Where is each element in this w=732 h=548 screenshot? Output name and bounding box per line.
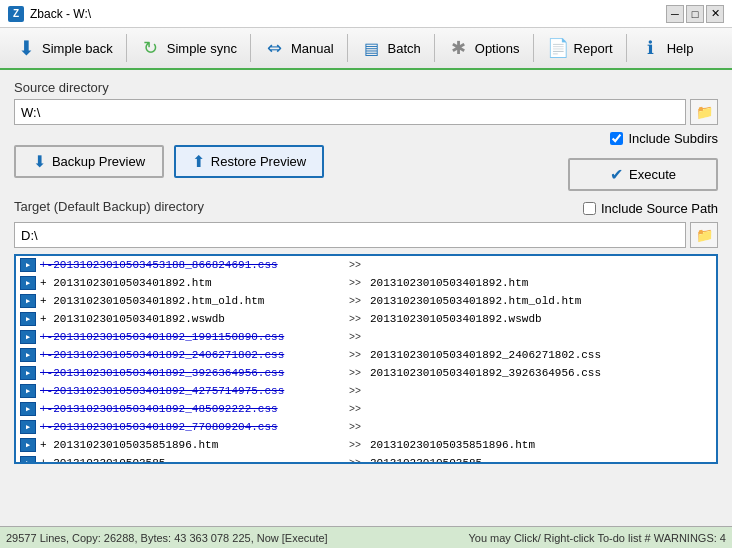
file-arrow: >>	[340, 260, 370, 271]
file-name: + 20131023010503401892.htm_old.htm	[40, 295, 340, 307]
toolbar-sep-4	[434, 34, 435, 62]
file-name: +-20131023010503453188_866824691.css	[40, 259, 340, 271]
target-browse-button[interactable]: 📁	[690, 222, 718, 248]
file-row[interactable]: +-20131023010503453188_866824691.css >>	[16, 256, 716, 274]
include-subdirs-checkbox[interactable]	[610, 132, 623, 145]
file-row[interactable]: +-20131023010503401892_1991150890.css >>	[16, 328, 716, 346]
main-content: Source directory 📁 ⬇ Backup Preview ⬆ Re…	[0, 70, 732, 474]
include-subdirs-label: Include Subdirs	[628, 131, 718, 146]
execute-icon: ✔	[610, 165, 623, 184]
include-source-path-checkbox[interactable]	[583, 202, 596, 215]
file-row[interactable]: + 20131023010503401892.wswdb >> 20131023…	[16, 310, 716, 328]
file-row-play-icon[interactable]	[20, 348, 36, 362]
batch-icon: ▤	[361, 37, 383, 59]
backup-preview-button[interactable]: ⬇ Backup Preview	[14, 145, 164, 178]
file-row[interactable]: +-20131023010503401892_4275714975.css >>	[16, 382, 716, 400]
toolbar-sep-5	[533, 34, 534, 62]
source-input-row: 📁	[14, 99, 718, 125]
file-row-play-icon[interactable]	[20, 456, 36, 462]
file-arrow: >>	[340, 440, 370, 451]
file-arrow: >>	[340, 314, 370, 325]
file-row[interactable]: + 20131023010503401892.htm >> 2013102301…	[16, 274, 716, 292]
batch-button[interactable]: ▤ Batch	[352, 32, 430, 64]
simple-sync-button[interactable]: ↻ Simple sync	[131, 32, 246, 64]
status-left: 29577 Lines, Copy: 26288, Bytes: 43 363 …	[6, 532, 328, 544]
source-browse-button[interactable]: 📁	[690, 99, 718, 125]
simple-sync-icon: ↻	[140, 37, 162, 59]
file-name: +-20131023010503401892_4275714975.css	[40, 385, 340, 397]
file-arrow: >>	[340, 386, 370, 397]
file-row[interactable]: + 20131023010503401892.htm_old.htm >> 20…	[16, 292, 716, 310]
file-row[interactable]: +-20131023010503401892_3926364956.css >>…	[16, 364, 716, 382]
file-arrow: >>	[340, 368, 370, 379]
file-arrow: >>	[340, 278, 370, 289]
help-button[interactable]: ℹ Help	[631, 32, 703, 64]
file-dest: 20131023010503401892_3926364956.css	[370, 367, 712, 379]
file-arrow: >>	[340, 404, 370, 415]
minimize-button[interactable]: ─	[666, 5, 684, 23]
file-list-container: +-20131023010503453188_866824691.css >> …	[14, 254, 718, 464]
title-bar: Z Zback - W:\ ─ □ ✕	[0, 0, 732, 28]
maximize-button[interactable]: □	[686, 5, 704, 23]
file-list[interactable]: +-20131023010503453188_866824691.css >> …	[16, 256, 716, 462]
restore-preview-button[interactable]: ⬆ Restore Preview	[174, 145, 324, 178]
folder-icon-2: 📁	[696, 227, 713, 243]
file-row[interactable]: + 20131023010503585189​6.htm >> 20131023…	[16, 436, 716, 454]
help-icon: ℹ	[640, 37, 662, 59]
file-name: + 20131023010503401892.wswdb	[40, 313, 340, 325]
target-input-row: 📁	[14, 222, 718, 248]
file-row-play-icon[interactable]	[20, 312, 36, 326]
restore-preview-icon: ⬆	[192, 152, 205, 171]
file-row[interactable]: + 20131023010503585... >> 20131023010503…	[16, 454, 716, 462]
close-button[interactable]: ✕	[706, 5, 724, 23]
options-button[interactable]: ✱ Options	[439, 32, 529, 64]
target-section: Target (Default Backup) directory Includ…	[14, 199, 718, 248]
execute-button[interactable]: ✔ Execute	[568, 158, 718, 191]
target-input[interactable]	[14, 222, 686, 248]
batch-label: Batch	[388, 41, 421, 56]
execute-label: Execute	[629, 167, 676, 182]
manual-button[interactable]: ⇔ Manual	[255, 32, 343, 64]
source-label: Source directory	[14, 80, 718, 95]
file-row-play-icon[interactable]	[20, 366, 36, 380]
right-options: Include Subdirs ✔ Execute	[568, 131, 718, 191]
file-row-play-icon[interactable]	[20, 258, 36, 272]
file-name: +-20131023010503401892_485092222.css	[40, 403, 340, 415]
target-label-row: Target (Default Backup) directory Includ…	[14, 199, 718, 218]
file-row[interactable]: +-20131023010503401892_770809204.css >>	[16, 418, 716, 436]
file-row-play-icon[interactable]	[20, 276, 36, 290]
file-dest: 20131023010503401892_2406271802.css	[370, 349, 712, 361]
window-title: Zback - W:\	[30, 7, 91, 21]
options-icon: ✱	[448, 37, 470, 59]
file-arrow: >>	[340, 350, 370, 361]
include-source-path-label: Include Source Path	[601, 201, 718, 216]
file-row-play-icon[interactable]	[20, 438, 36, 452]
file-row-play-icon[interactable]	[20, 384, 36, 398]
status-right: You may Click/ Right-click To-do list # …	[468, 532, 726, 544]
status-bar: 29577 Lines, Copy: 26288, Bytes: 43 363 …	[0, 526, 732, 548]
source-input[interactable]	[14, 99, 686, 125]
file-arrow: >>	[340, 296, 370, 307]
file-dest: 20131023010503585189​6.htm	[370, 439, 712, 451]
report-button[interactable]: 📄 Report	[538, 32, 622, 64]
manual-icon: ⇔	[264, 37, 286, 59]
toolbar-sep-6	[626, 34, 627, 62]
window-controls: ─ □ ✕	[666, 5, 724, 23]
simple-back-icon: ⬇	[15, 37, 37, 59]
toolbar-sep-3	[347, 34, 348, 62]
file-row-play-icon[interactable]	[20, 402, 36, 416]
backup-preview-label: Backup Preview	[52, 154, 145, 169]
simple-back-button[interactable]: ⬇ Simple back	[6, 32, 122, 64]
file-name: +-20131023010503401892_1991150890.css	[40, 331, 340, 343]
file-row-play-icon[interactable]	[20, 294, 36, 308]
include-subdirs-row: Include Subdirs	[610, 131, 718, 146]
file-name: +-20131023010503401892_3926364956.css	[40, 367, 340, 379]
file-row-play-icon[interactable]	[20, 330, 36, 344]
app-icon: Z	[8, 6, 24, 22]
file-row-play-icon[interactable]	[20, 420, 36, 434]
file-row[interactable]: +-20131023010503401892_2406271802.css >>…	[16, 346, 716, 364]
file-dest: 20131023010503585...	[370, 457, 712, 462]
include-source-path-row: Include Source Path	[583, 201, 718, 216]
file-row[interactable]: +-20131023010503401892_485092222.css >>	[16, 400, 716, 418]
file-name: + 20131023010503585189​6.htm	[40, 439, 340, 451]
